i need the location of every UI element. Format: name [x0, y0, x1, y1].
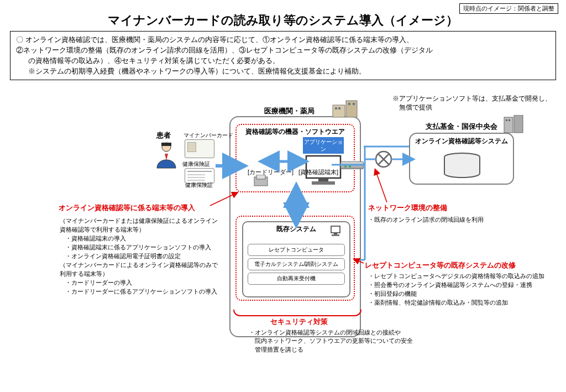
equipment-title: 資格確認等の機器・ソフトウエア: [237, 127, 354, 137]
existing-details: ・レセプトコンピュータへデジタルの資格情報等の取込みの追加 ・照会番号のオンライ…: [368, 272, 556, 307]
svg-rect-7: [332, 234, 339, 236]
svg-rect-19: [506, 119, 507, 121]
intro-line: 〇 オンライン資格確認では、医療機関・薬局のシステムの内容等に応じて、①オンライ…: [16, 35, 550, 45]
callout-terminal: オンライン資格確認等に係る端末等の導入: [59, 203, 195, 213]
svg-rect-18: [514, 115, 523, 133]
intro-line: ※システムの初期導入経費（機器やネットワークの導入等）について、医療情報化支援基…: [16, 66, 550, 77]
patient-label: 患者: [156, 130, 171, 140]
fund-building-icon: [503, 115, 525, 134]
hospital-building-icon: [332, 100, 360, 118]
text-line: ・初回登録の機能: [368, 290, 556, 299]
svg-rect-3: [318, 178, 328, 181]
intro-line: ②ネットワーク環境の整備（既存のオンライン請求の回線を活用）、③レセプトコンピュ…: [16, 45, 550, 56]
security-details: ・オンライン資格確認等システムの閉域回線との接続や 院内ネットワーク、ソフトウエ…: [249, 328, 464, 354]
svg-point-28: [376, 151, 391, 167]
text-line: ・オンライン資格確認用電子証明書の設定: [60, 252, 223, 261]
existing-inner: 既存システム レセプトコンピュータ 電子カルテシステム/調剤システム 自動再来受…: [242, 221, 350, 297]
existing-item: レセプトコンピュータ: [248, 244, 345, 256]
svg-line-29: [378, 154, 389, 165]
pc-icon: [331, 226, 343, 238]
callout-existing: レセプトコンピュータ等の既存システムの改修: [365, 261, 516, 270]
software-note-line: 無償で提供: [392, 103, 552, 112]
card-reader-icon: [253, 175, 271, 188]
svg-rect-14: [338, 107, 340, 109]
text-line: ・薬剤情報、特定健診情報の取込み・閲覧等の追加: [368, 299, 556, 307]
svg-rect-12: [346, 101, 357, 117]
svg-rect-16: [353, 103, 355, 105]
diagram-area: ※アプリケーションソフト等は、支払基金で開発し、 無償で提供 医療機関・薬局 資…: [0, 94, 566, 370]
terminal-label: [資格確認端末]: [298, 168, 338, 176]
existing-system-box: 既存システム レセプトコンピュータ 電子カルテシステム/調剤システム 自動再来受…: [235, 216, 355, 301]
fund-box: オンライン資格確認等システム: [409, 133, 514, 185]
mynumber-card-icon: [185, 139, 214, 158]
patient-icon: [155, 142, 178, 169]
svg-line-34: [376, 171, 387, 202]
text-line: ・レセプトコンピュータへデジタルの資格情報等の取込みの追加: [368, 272, 556, 281]
text-line: ・資格確認端末に係るアプリケーションソフトの導入: [60, 243, 223, 252]
svg-rect-20: [509, 119, 510, 121]
svg-rect-6: [334, 233, 337, 234]
intro-line: の資格情報等の取込み）、④セキュリティ対策を講じていただく必要がある。: [16, 56, 550, 66]
card-reader-label: [カードリーダー]: [248, 168, 294, 176]
equipment-box: 資格確認等の機器・ソフトウエア アプリケーション ソフト等: [235, 124, 355, 192]
svg-rect-9: [161, 143, 171, 146]
callout-network: ネットワーク環境の整備: [368, 203, 447, 213]
network-details: ・既存のオンライン請求の閉域回線を利用: [368, 216, 534, 224]
insurance-label: 健康保険証: [182, 160, 210, 168]
text-line: （マイナンバーカードまたは健康保険証によるオンライン資格確認等で利用する端末等）: [60, 217, 223, 234]
intro-box: 〇 オンライン資格確認では、医療機関・薬局のシステムの内容等に応じて、①オンライ…: [10, 31, 556, 80]
fund-title: オンライン資格確認等システム: [415, 137, 509, 145]
existing-item: 自動再来受付機: [248, 273, 345, 285]
page-title: マイナンバーカードの読み取り等のシステム導入（イメージ）: [0, 12, 566, 29]
database-icon: [442, 153, 482, 178]
svg-rect-15: [348, 103, 350, 105]
svg-rect-4: [312, 181, 335, 185]
software-note: ※アプリケーションソフト等は、支払基金で開発し、 無償で提供: [392, 94, 552, 112]
text-line: ・カードリーダーに係るアプリケーションソフトの導入: [60, 288, 223, 296]
callout-security: セキュリティ対策: [263, 317, 335, 327]
terminal-details: （マイナンバーカードまたは健康保険証によるオンライン資格確認等で利用する端末等）…: [60, 217, 223, 296]
text-line: （マイナンバーカードによるオンライン資格確認等のみで利用する端末等）: [60, 261, 223, 279]
application-software-label: アプリケーション ソフト等: [303, 137, 344, 154]
svg-rect-13: [335, 107, 337, 109]
app-line: アプリケーション: [303, 138, 344, 153]
text-line: ・カードリーダーの導入: [60, 279, 223, 288]
svg-line-30: [378, 154, 389, 165]
mynumber-card-label: マイナンバーカード: [184, 132, 233, 139]
fund-header: 支払基金・国保中央会: [415, 122, 509, 132]
hospital-label: 医療機関・薬局: [264, 106, 315, 116]
router-icon: [340, 161, 364, 169]
text-line: ・照会番号のオンライン資格確認等システムへの登録・連携: [368, 281, 556, 290]
software-note-line: ※アプリケーションソフト等は、支払基金で開発し、: [392, 94, 552, 103]
insurance-label-2: 健康保険証: [185, 181, 213, 189]
text-line: ・資格確認端末の導入: [60, 234, 223, 243]
text-line: ・オンライン資格確認等システムの閉域回線との接続や: [249, 328, 464, 337]
security-bracket: [233, 310, 361, 316]
text-line: 院内ネットワーク、ソフトウエアの更新等についての安全: [249, 337, 464, 345]
svg-rect-11: [333, 105, 345, 117]
existing-item: 電子カルテシステム/調剤システム: [248, 258, 345, 270]
text-line: 管理措置を講じる: [249, 346, 464, 354]
svg-rect-5: [331, 226, 340, 233]
